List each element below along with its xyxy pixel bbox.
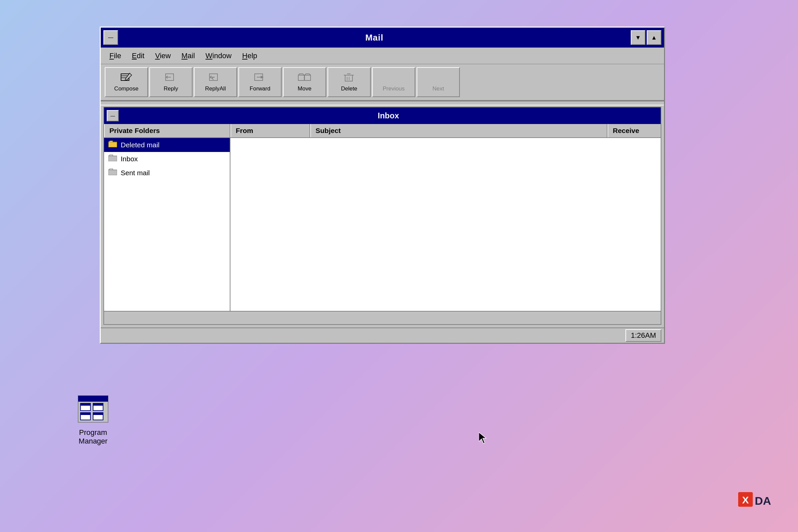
svg-rect-27	[93, 413, 103, 415]
folder-deleted-icon	[108, 141, 117, 149]
svg-rect-21	[80, 403, 91, 406]
toolbar-separator	[101, 101, 664, 106]
col-subject: Subject	[310, 124, 607, 137]
restore-button[interactable]: ▲	[647, 30, 661, 45]
mail-window: — Mail ▼ ▲ File Edit View Mail Window He…	[100, 26, 665, 344]
email-list-panel	[230, 138, 661, 311]
replyall-icon	[209, 73, 222, 84]
reply-label: Reply	[164, 86, 178, 92]
program-manager-icon[interactable]: Program Manager	[66, 392, 120, 445]
folder-inbox-label: Inbox	[121, 155, 138, 163]
compose-icon	[120, 73, 132, 84]
svg-rect-17	[108, 170, 117, 175]
compose-label: Compose	[114, 86, 139, 92]
move-label: Move	[298, 86, 311, 92]
forward-icon	[254, 73, 266, 84]
compose-button[interactable]: Compose	[105, 67, 148, 97]
menu-file[interactable]: File	[104, 50, 126, 62]
inbox-title-bar: — Inbox	[104, 108, 661, 124]
next-label: Next	[433, 86, 444, 92]
mouse-cursor	[479, 432, 487, 444]
svg-rect-19	[78, 396, 108, 402]
toolbar: Compose Reply	[101, 64, 664, 101]
folder-inbox[interactable]: Inbox	[104, 152, 230, 166]
main-content: Deleted mail Inbox	[104, 138, 661, 311]
reply-icon	[165, 73, 177, 84]
svg-rect-23	[93, 403, 103, 406]
inbox-window: — Inbox Private Folders From Subject Rec…	[103, 107, 661, 325]
program-manager-label: Program Manager	[79, 428, 108, 445]
col-received: Receive	[607, 124, 661, 137]
reply-button[interactable]: Reply	[149, 67, 192, 97]
col-private-folders: Private Folders	[104, 124, 230, 137]
delete-icon	[343, 73, 355, 84]
svg-text:DA: DA	[755, 494, 771, 507]
svg-rect-7	[305, 75, 310, 80]
inbox-status-bar	[104, 311, 661, 324]
svg-text:X: X	[742, 494, 749, 506]
folder-sent-icon	[108, 169, 117, 177]
folder-panel: Deleted mail Inbox	[104, 138, 230, 311]
svg-rect-8	[345, 75, 353, 81]
folder-sent-label: Sent mail	[121, 169, 150, 177]
menu-view[interactable]: View	[150, 50, 176, 62]
desktop: — Mail ▼ ▲ File Edit View Mail Window He…	[0, 0, 798, 532]
program-manager-img	[76, 392, 110, 425]
folder-sent-mail[interactable]: Sent mail	[104, 166, 230, 180]
svg-rect-25	[80, 413, 91, 415]
folder-deleted-mail[interactable]: Deleted mail	[104, 138, 230, 152]
col-from: From	[230, 124, 310, 137]
replyall-label: ReplyAll	[205, 86, 226, 92]
move-icon	[298, 73, 311, 84]
title-bar: — Mail ▼ ▲	[101, 27, 664, 48]
next-button[interactable]: Next	[417, 67, 460, 97]
move-button[interactable]: Move	[283, 67, 326, 97]
xda-watermark: X DA	[738, 492, 778, 512]
previous-icon	[388, 73, 400, 84]
folder-deleted-label: Deleted mail	[121, 141, 159, 149]
column-headers: Private Folders From Subject Receive	[104, 124, 661, 138]
menu-edit[interactable]: Edit	[126, 50, 150, 62]
menu-help[interactable]: Help	[237, 50, 262, 62]
forward-button[interactable]: Forward	[239, 67, 282, 97]
menu-bar: File Edit View Mail Window Help	[101, 48, 664, 64]
window-title: Mail	[118, 33, 631, 43]
delete-label: Delete	[341, 86, 357, 92]
forward-label: Forward	[250, 86, 270, 92]
svg-rect-15	[108, 142, 117, 147]
svg-marker-28	[479, 432, 486, 443]
folder-inbox-icon	[108, 155, 117, 163]
next-icon	[432, 73, 444, 84]
menu-mail[interactable]: Mail	[176, 50, 200, 62]
inbox-title: Inbox	[119, 111, 658, 120]
svg-rect-6	[298, 75, 304, 80]
main-status-bar: 1:26AM	[101, 327, 664, 343]
svg-rect-16	[108, 156, 117, 161]
menu-window[interactable]: Window	[200, 50, 237, 62]
previous-button[interactable]: Previous	[372, 67, 415, 97]
maximize-button[interactable]: ▼	[631, 30, 645, 45]
inbox-system-menu[interactable]: —	[107, 110, 119, 121]
previous-label: Previous	[383, 86, 405, 92]
title-controls: ▼ ▲	[631, 30, 661, 45]
replyall-button[interactable]: ReplyAll	[194, 67, 237, 97]
time-display: 1:26AM	[625, 329, 661, 342]
system-menu-button[interactable]: —	[103, 30, 118, 45]
delete-button[interactable]: Delete	[327, 67, 371, 97]
